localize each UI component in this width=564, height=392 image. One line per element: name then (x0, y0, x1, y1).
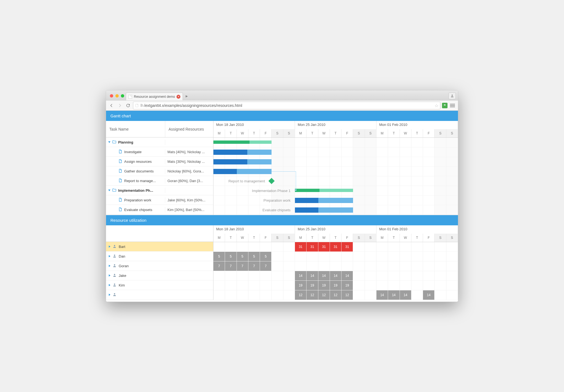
resource-name: Goran (119, 264, 129, 268)
task-resources-cell[interactable]: Kim [30%], Bart [50%... (165, 208, 213, 212)
utilization-cell (411, 271, 423, 280)
task-row[interactable]: Report to manage...Goran [60%], Dan [3..… (106, 176, 213, 186)
gantt-row: Report to management (213, 176, 458, 186)
utilization-cell (388, 281, 400, 290)
utilization-cell: 19 (330, 281, 341, 290)
utilization-cell (318, 261, 330, 271)
utilization-cell (237, 271, 248, 280)
utilization-cell: 14 (295, 271, 307, 280)
utilization-cell: 31 (318, 242, 330, 252)
task-bar[interactable] (295, 207, 353, 213)
util-timeline[interactable]: Mon 18 Jan 2010Mon 25 Jan 2010Mon 01 Feb… (213, 225, 458, 300)
browser-account-button[interactable] (449, 93, 456, 99)
expand-icon[interactable] (109, 274, 110, 277)
task-resources-cell[interactable]: Nickolay [60%], Gora... (165, 169, 213, 173)
tab-close-icon[interactable]: ✕ (177, 95, 180, 99)
utilization-cell (272, 261, 283, 271)
utilization-cell: 31 (330, 242, 341, 252)
utilization-cell (283, 252, 295, 261)
expand-icon[interactable] (108, 190, 110, 191)
utilization-cell (272, 281, 283, 290)
expand-icon[interactable] (109, 284, 110, 286)
utilization-cell (213, 242, 225, 252)
task-row[interactable]: Gather documentsNickolay [60%], Gora... (106, 166, 213, 176)
svg-rect-1 (135, 104, 138, 107)
utilization-cell: 14 (341, 271, 353, 280)
column-task-name[interactable]: Task Name (106, 121, 165, 137)
close-window-icon[interactable] (110, 94, 113, 98)
dependency-arrow-icon (295, 190, 297, 191)
task-row[interactable]: Assign resourcesMats [30%], Nickolay ... (106, 157, 213, 166)
utilization-cell: 7 (213, 261, 225, 271)
address-bar[interactable]: lh /extgantt4.x/examples/assigningresour… (133, 102, 440, 109)
utilization-cell (365, 252, 376, 261)
utilization-cell (225, 242, 237, 252)
utilization-cell: 5 (213, 252, 225, 261)
utilization-cell (330, 252, 341, 261)
back-button[interactable] (108, 102, 115, 109)
task-bar[interactable] (213, 159, 272, 164)
utilization-cell: 12 (307, 290, 318, 300)
extension-icon[interactable]: ❝ (442, 103, 448, 108)
dependency-line (272, 171, 296, 172)
timeline-day-header: F (260, 234, 272, 242)
task-row[interactable]: Implementation Ph... (106, 186, 213, 195)
task-row[interactable]: Planning (106, 137, 213, 147)
utilization-cell (423, 252, 435, 261)
expand-icon[interactable] (109, 245, 110, 248)
expand-icon[interactable] (109, 294, 110, 296)
reload-button[interactable] (125, 102, 131, 109)
milestone-icon[interactable] (269, 178, 275, 184)
menu-button[interactable] (449, 102, 456, 109)
task-bar-label: Evaluate chipsets (262, 205, 293, 215)
task-row[interactable]: Evaluate chipsetsKim [30%], Bart [50%... (106, 205, 213, 215)
timeline-day-header: T (248, 234, 260, 242)
column-assigned-resources[interactable]: Assigned Resources (165, 121, 213, 137)
resource-row[interactable]: Jake (106, 271, 213, 280)
expand-icon[interactable] (108, 141, 110, 143)
task-resources-cell[interactable]: Goran [60%], Dan [3... (165, 179, 213, 183)
forward-button[interactable] (116, 102, 123, 109)
task-resources-cell[interactable]: Jake [60%], Kim [50%... (165, 198, 213, 202)
utilization-cell: 31 (295, 242, 307, 252)
resource-row[interactable] (106, 290, 213, 300)
utilization-cell (283, 290, 295, 300)
resource-row[interactable]: Bart (106, 242, 213, 252)
task-resources-cell[interactable]: Mats [40%], Nickolay ... (165, 150, 213, 154)
utilization-cell: 14 (376, 290, 388, 300)
timeline-day-header: M (213, 234, 225, 242)
task-bar[interactable] (213, 150, 272, 155)
utilization-cell: 12 (295, 290, 307, 300)
timeline-body[interactable]: Report to managementImplementation Phase… (213, 138, 458, 215)
utilization-cell (272, 290, 283, 300)
task-bar-label: Report to management (228, 176, 268, 186)
gantt-timeline[interactable]: Mon 18 Jan 2010Mon 25 Jan 2010Mon 01 Feb… (213, 121, 458, 215)
minimize-window-icon[interactable] (115, 94, 119, 98)
summary-bar[interactable] (295, 189, 353, 192)
browser-tab[interactable]: Resource assignment demo ✕ (126, 93, 183, 100)
timeline-week-header: Mon 01 Feb 2010 (376, 121, 458, 129)
maximize-window-icon[interactable] (121, 94, 124, 98)
task-row[interactable]: Preparation workJake [60%], Kim [50%... (106, 195, 213, 205)
utilization-cell (423, 261, 435, 271)
new-tab-button[interactable]: ▸ (183, 93, 191, 100)
expand-icon[interactable] (109, 255, 110, 257)
task-grid: Task Name Assigned Resources PlanningInv… (106, 121, 213, 215)
utilization-cell (272, 271, 283, 280)
resource-row[interactable]: Dan (106, 252, 213, 261)
timeline-day-header: M (295, 129, 307, 137)
task-row[interactable]: InvestigateMats [40%], Nickolay ... (106, 147, 213, 157)
summary-bar[interactable] (213, 140, 272, 144)
bookmark-icon[interactable]: ☆ (435, 103, 438, 108)
browser-toolbar: lh /extgantt4.x/examples/assigningresour… (106, 100, 458, 111)
task-bar[interactable] (295, 198, 353, 203)
utilization-cell (376, 252, 388, 261)
folder-icon (112, 188, 116, 193)
timeline-day-header: M (213, 129, 225, 137)
resource-row[interactable]: Goran (106, 261, 213, 271)
resource-row[interactable]: Kim (106, 280, 213, 290)
task-resources-cell[interactable]: Mats [30%], Nickolay ... (165, 159, 213, 164)
expand-icon[interactable] (109, 265, 110, 267)
task-bar[interactable] (213, 169, 272, 174)
utilization-cell (341, 261, 353, 271)
